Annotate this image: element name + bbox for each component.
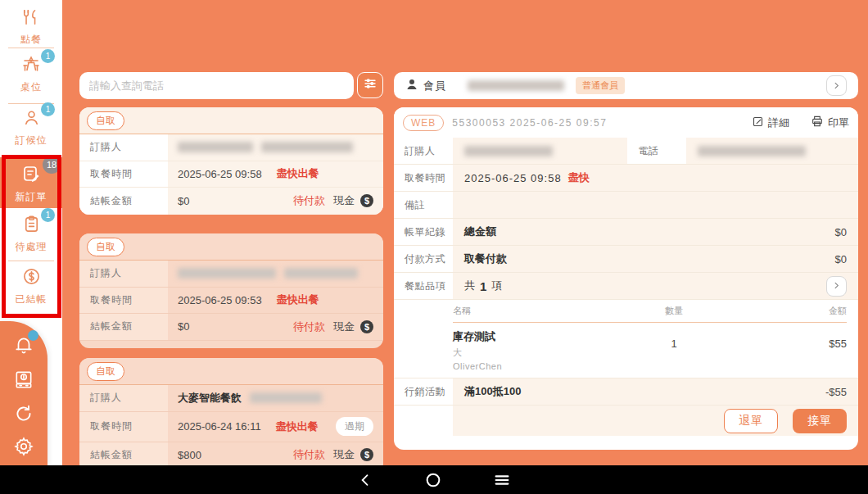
redacted-text [468, 80, 564, 91]
pickup-time: 2025-06-25 09:53 [178, 294, 262, 306]
table-icon [21, 62, 41, 76]
chevron-right-icon [832, 79, 841, 93]
urgency-text: 盡快出餐 [277, 166, 319, 181]
bill-amount: $0 [835, 226, 847, 238]
amount-row: 結帳金額 $0 待付款 現金 $ [79, 188, 383, 215]
printer-icon [811, 115, 824, 130]
urgency-text: 盡快出餐 [277, 292, 319, 307]
detail-button[interactable]: 詳細 [752, 115, 789, 130]
back-icon[interactable] [357, 472, 373, 488]
redacted-text [698, 146, 806, 156]
items-count-prefix: 共 [464, 279, 475, 293]
sidebar-item-label: 新訂單 [0, 190, 62, 204]
buyer-phone-row: 訂購人 電話 [394, 138, 858, 165]
buyer-name: 大麥智能餐飲 [178, 391, 242, 406]
filter-sliders-icon [363, 76, 377, 94]
pickup-time-row: 取餐時間 2025-06-25 09:58 盡快出餐 [79, 161, 383, 188]
sidebar-item-new-orders[interactable]: 新訂單 18 [0, 157, 62, 208]
urgency-text: 盡快 [568, 170, 590, 185]
dollar-circle-icon [22, 274, 41, 288]
pending-badge: 1 [41, 208, 55, 222]
filter-button[interactable] [357, 72, 383, 98]
cash-coin-icon: $ [360, 194, 373, 207]
edit-square-icon [752, 116, 764, 130]
pickup-type-tag: 自取 [87, 362, 124, 381]
bill-name: 總金額 [464, 224, 496, 239]
amount-label: 結帳金額 [79, 188, 168, 215]
urgency-text: 盡快出餐 [276, 419, 319, 434]
order-card[interactable]: 自取 訂購人 大麥智能餐飲 取餐時間 2025-06-24 16:11 盡快出餐… [79, 358, 383, 473]
sidebar-item-waitlist[interactable]: 訂候位 1 [0, 108, 62, 147]
sidebar-item-label: 點餐 [0, 33, 62, 47]
pay-status: 待付款 [293, 320, 325, 334]
redacted-text [178, 142, 253, 152]
time-label: 取餐時間 [79, 161, 168, 188]
order-card-selected[interactable]: 自取 訂購人 取餐時間 2025-06-25 09:53 盡快出餐 結帳金額 $… [79, 233, 383, 348]
accept-order-button[interactable]: 接單 [793, 409, 847, 433]
item-qty: 1 [617, 329, 731, 371]
new-order-icon [21, 172, 41, 186]
promo-name: 滿100抵100 [464, 384, 521, 399]
amount-value: $800 [178, 449, 201, 461]
sidebar-item-label: 訂候位 [0, 134, 62, 147]
cash-drawer-icon[interactable] [13, 369, 34, 393]
items-count-row: 餐點品項 共 1 項 [394, 273, 858, 300]
pickup-label: 取餐時間 [394, 165, 453, 191]
payment-name: 取餐付款 [464, 252, 507, 266]
sidebar-tool-rail [0, 321, 47, 465]
member-level-tag: 普通會員 [576, 77, 625, 94]
redacted-text [284, 268, 358, 279]
pickup-type-tag: 自取 [87, 111, 124, 130]
reject-order-button[interactable]: 退單 [724, 409, 778, 433]
order-card[interactable]: 自取 訂購人 取餐時間 2025-06-25 09:58 盡快出餐 結帳金額 $… [79, 107, 383, 215]
bell-icon[interactable] [13, 334, 34, 359]
new-orders-badge: 18 [43, 156, 61, 174]
col-amount-header: 金額 [731, 305, 847, 317]
search-input[interactable] [79, 72, 354, 99]
promo-row: 行銷活動 滿100抵100 -$55 [394, 378, 858, 406]
sidebar-item-label: 桌位 [0, 80, 62, 94]
note-label: 備註 [394, 192, 453, 218]
bill-label: 帳單紀錄 [394, 219, 453, 245]
col-qty-header: 數量 [617, 305, 731, 317]
order-card-header: 自取 [79, 358, 383, 385]
sidebar-item-tables[interactable]: 桌位 1 [0, 54, 62, 94]
order-card-header: 自取 [79, 107, 383, 134]
recent-menu-icon[interactable] [493, 471, 511, 489]
sidebar: 點餐 桌位 1 訂候位 1 [0, 0, 62, 465]
home-icon[interactable] [424, 471, 442, 489]
sidebar-item-pending[interactable]: 待處理 1 [0, 215, 62, 254]
print-button[interactable]: 印單 [811, 115, 849, 130]
amount-label: 結帳金額 [79, 442, 168, 469]
order-detail-header: WEB 55300053 2025-06-25 09:57 詳細 [394, 107, 858, 138]
buyer-row: 訂購人 大麥智能餐飲 [79, 385, 383, 412]
item-name: 庫存測試 [453, 329, 617, 344]
settings-gear-icon[interactable] [13, 436, 34, 460]
detail-button-label: 詳細 [768, 116, 789, 130]
cutlery-icon [22, 15, 40, 29]
pay-status: 待付款 [293, 447, 325, 462]
pickup-time-row: 取餐時間 2025-06-25 09:58 盡快 [394, 165, 858, 192]
member-label: 會員 [423, 79, 446, 93]
member-icon [405, 78, 418, 94]
tables-badge: 1 [41, 49, 55, 63]
items-expand-button[interactable] [826, 276, 847, 297]
buyer-label: 訂購人 [394, 138, 453, 164]
detail-footer: 退單 接單 [453, 406, 858, 436]
phone-label: 電話 [627, 138, 686, 164]
note-value [453, 192, 858, 218]
clipboard-icon [22, 222, 41, 236]
item-row: 庫存測試 大 OliverChen 1 $55 [453, 323, 847, 371]
chevron-right-icon [832, 280, 841, 292]
time-label: 取餐時間 [79, 288, 168, 314]
payment-label: 付款方式 [394, 246, 453, 272]
pickup-time-row: 取餐時間 2025-06-24 16:11 盡快出餐 過期 [79, 412, 383, 442]
sidebar-item-paid[interactable]: 已結帳 [0, 267, 62, 306]
sidebar-item-order[interactable]: 點餐 [0, 8, 62, 47]
pay-method: 現金 [333, 193, 355, 208]
order-card-header: 自取 [79, 233, 383, 261]
member-detail-button[interactable] [826, 75, 847, 96]
item-staff: OliverChen [453, 361, 617, 371]
notification-dot-badge [28, 330, 38, 341]
sync-icon[interactable] [13, 403, 34, 428]
